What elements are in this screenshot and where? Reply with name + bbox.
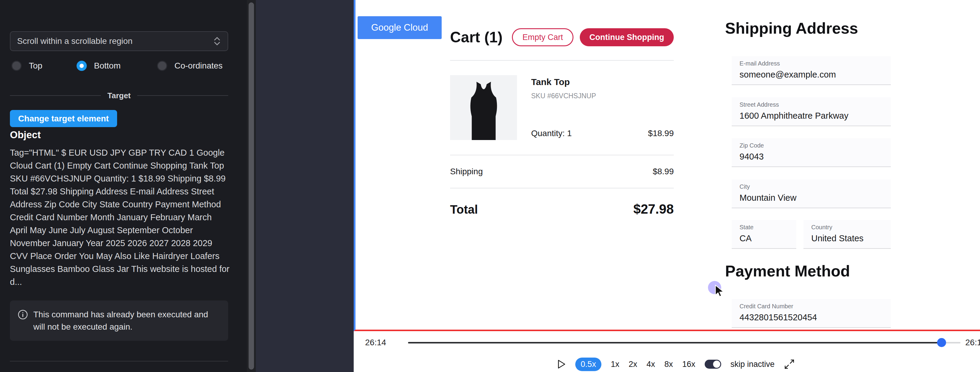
cart-item-row: Tank Top SKU #66VCHSJNUP Quantity: 1 $18… xyxy=(450,75,674,140)
cart-header: Cart (1) Empty Cart Continue Shopping xyxy=(450,28,674,46)
product-quantity: Quantity: 1 xyxy=(531,129,572,138)
continue-shopping-button[interactable]: Continue Shopping xyxy=(580,28,674,46)
player-controls: 26:14 26:15 0.5x 1x 2x 4x 8x 16x skip in… xyxy=(354,331,980,372)
current-time: 26:14 xyxy=(365,338,386,347)
product-sku: SKU #66VCHSJNUP xyxy=(531,92,674,100)
change-target-button[interactable]: Change target element xyxy=(10,110,117,127)
sidebar-bottom-divider xyxy=(10,361,228,361)
command-executed-notice-text: This command has already been executed a… xyxy=(33,308,220,333)
action-type-select[interactable]: Scroll within a scrollable region xyxy=(10,31,228,51)
city-field[interactable]: City Mountain View xyxy=(732,179,891,208)
field-value: United States xyxy=(811,233,891,243)
field-value: someone@example.com xyxy=(740,70,891,80)
total-label: Total xyxy=(450,203,478,216)
product-price: $18.99 xyxy=(648,129,674,138)
country-field[interactable]: Country United States xyxy=(803,220,891,249)
field-label: Zip Code xyxy=(740,142,891,149)
action-type-select-value: Scroll within a scrollable region xyxy=(17,36,132,46)
zip-code-field[interactable]: Zip Code 94043 xyxy=(732,138,891,167)
mouse-cursor-icon xyxy=(714,284,726,299)
speed-0-5x-button[interactable]: 0.5x xyxy=(575,358,601,371)
fullscreen-expand-icon[interactable] xyxy=(784,359,795,370)
field-label: City xyxy=(740,183,891,190)
element-highlight-badge: Google Cloud xyxy=(358,16,442,39)
field-label: E-mail Address xyxy=(740,60,891,67)
play-button[interactable] xyxy=(557,359,566,369)
street-address-field[interactable]: Street Address 1600 Amphitheatre Parkway xyxy=(732,97,891,126)
skip-inactive-label: skip inactive xyxy=(730,360,775,369)
speed-4x-button[interactable]: 4x xyxy=(646,360,655,369)
target-section-label: Target xyxy=(108,91,131,101)
shipping-price: $8.99 xyxy=(653,167,674,176)
timeline-track[interactable] xyxy=(408,342,961,343)
info-icon xyxy=(18,308,28,333)
timeline-handle[interactable] xyxy=(937,338,946,347)
end-time: 26:15 xyxy=(965,338,980,347)
email-field[interactable]: E-mail Address someone@example.com xyxy=(732,56,891,85)
total-row: Total $27.98 xyxy=(450,202,674,217)
shipping-row: Shipping $8.99 xyxy=(450,155,674,188)
radio-coordinates[interactable] xyxy=(157,61,167,71)
radio-bottom-label: Bottom xyxy=(94,61,121,71)
field-value: 4432801561520454 xyxy=(740,313,891,323)
sidebar-scrollbar-thumb[interactable] xyxy=(248,2,254,370)
replay-gutter xyxy=(256,0,354,372)
cart-section: Cart (1) Empty Cart Continue Shopping Ta xyxy=(450,0,674,217)
select-chevrons-icon xyxy=(213,36,221,46)
radio-top-label: Top xyxy=(29,61,42,71)
object-heading: Object xyxy=(10,129,41,140)
command-executed-notice: This command has already been executed a… xyxy=(10,300,228,341)
field-label: Country xyxy=(811,224,891,231)
radio-bottom[interactable] xyxy=(76,61,87,71)
radio-top[interactable] xyxy=(11,61,22,71)
field-label: Street Address xyxy=(740,101,891,108)
speed-8x-button[interactable]: 8x xyxy=(665,360,673,369)
cart-divider xyxy=(450,188,674,188)
object-description-text: Tag="HTML" $ EUR USD JPY GBP TRY CAD 1 G… xyxy=(10,146,230,289)
app: Scroll within a scrollable region Top Bo… xyxy=(0,0,980,372)
field-label: State xyxy=(740,224,796,231)
field-value: 1600 Amphitheatre Parkway xyxy=(740,111,891,121)
field-value: CA xyxy=(740,233,796,243)
state-field[interactable]: State CA xyxy=(732,220,796,249)
product-name: Tank Top xyxy=(531,77,674,87)
credit-card-number-field[interactable]: Credit Card Number 4432801561520454 xyxy=(732,299,891,328)
total-price: $27.98 xyxy=(633,202,674,217)
speed-16x-button[interactable]: 16x xyxy=(682,360,695,369)
skip-inactive-toggle[interactable] xyxy=(705,360,721,369)
speed-1x-button[interactable]: 1x xyxy=(611,360,619,369)
target-section-divider: Target xyxy=(10,91,228,101)
empty-cart-button[interactable]: Empty Cart xyxy=(512,28,573,46)
replay-viewport: Google Cloud Cart (1) Empty Cart Continu… xyxy=(354,0,980,331)
sidebar-scrollbar[interactable] xyxy=(247,0,256,372)
speed-2x-button[interactable]: 2x xyxy=(629,360,638,369)
toggle-knob xyxy=(713,361,720,368)
shipping-address-heading: Shipping Address xyxy=(725,19,858,37)
cart-item-info: Tank Top SKU #66VCHSJNUP Quantity: 1 $18… xyxy=(531,75,674,140)
sidebar: Scroll within a scrollable region Top Bo… xyxy=(0,0,247,372)
field-value: 94043 xyxy=(740,152,891,162)
replay-panel: Google Cloud Cart (1) Empty Cart Continu… xyxy=(354,0,980,372)
product-image-tank-top xyxy=(450,75,517,140)
radio-coordinates-label: Co-ordinates xyxy=(175,61,223,71)
shipping-label: Shipping xyxy=(450,167,483,176)
playback-control-row: 0.5x 1x 2x 4x 8x 16x skip inactive xyxy=(363,356,980,372)
cart-divider xyxy=(450,60,674,61)
cart-title: Cart (1) xyxy=(450,29,503,46)
timeline-progress-fill xyxy=(408,342,942,343)
payment-method-heading: Payment Method xyxy=(725,262,850,280)
field-label: Credit Card Number xyxy=(740,303,891,310)
field-value: Mountain View xyxy=(740,193,891,203)
